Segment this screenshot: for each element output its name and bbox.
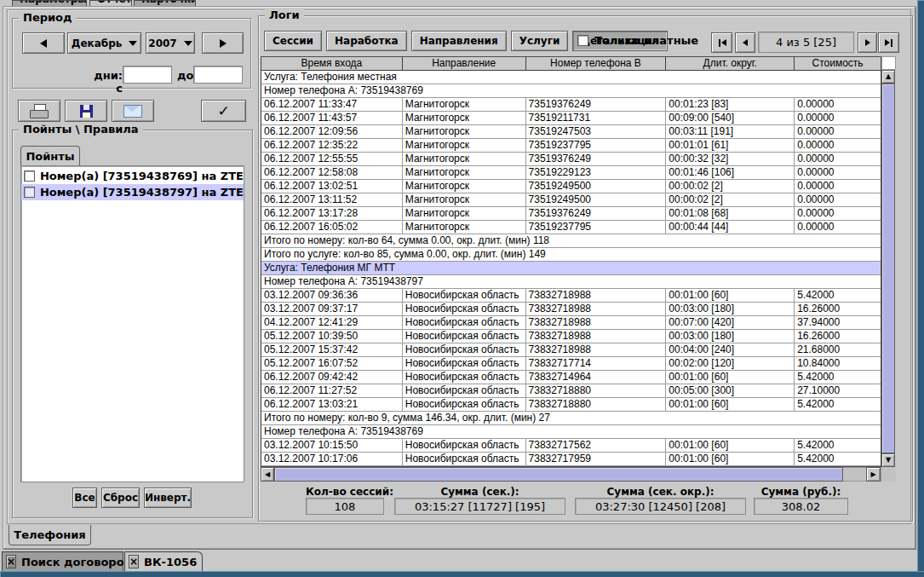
tab-telephony-label: Телефония <box>14 528 85 541</box>
summary-value: 03:27:30 [12450] [208] <box>595 500 726 513</box>
prev-page-button[interactable] <box>735 32 755 53</box>
table-group-row-total[interactable]: Итого по номеру: кол-во 64, сумма 0.00, … <box>261 234 881 248</box>
column-header: Длит. округ. <box>666 57 795 71</box>
table-row[interactable]: 06.12.2007 11:27:52Новосибирская область… <box>261 384 881 398</box>
table-cell: 0.00000 <box>795 112 881 125</box>
table-cell: 00:05:00 [300] <box>666 384 795 398</box>
point-checkbox[interactable] <box>24 187 35 198</box>
table-cell: 73832718988 <box>526 330 667 343</box>
table-cell: 03.12.2007 09:36:36 <box>261 289 403 303</box>
vertical-scroll-thumb[interactable] <box>881 84 895 453</box>
table-group-row-phone[interactable]: Номер телефона А: 73519438769 <box>261 425 881 439</box>
table-cell: 00:01:46 [106] <box>666 166 795 180</box>
table-cell: Магнитогорск <box>403 153 526 166</box>
table-row[interactable]: 03.12.2007 10:15:50Новосибирская область… <box>261 439 881 453</box>
log-view-button-услуги[interactable]: Услуги <box>511 31 569 51</box>
year-dropdown[interactable]: 2007 <box>146 32 195 54</box>
table-group-row-total[interactable]: Итого по услуге: кол-во 85, сумма 0.00, … <box>261 248 881 262</box>
table-cell: Новосибирская область <box>403 371 526 384</box>
mail-button[interactable] <box>112 100 154 122</box>
points-listbox[interactable]: Номер(а) [73519438769] на ZTEНомер(а) [7… <box>20 165 244 482</box>
chevron-down-icon <box>129 41 137 46</box>
table-cell: 03.12.2007 10:17:06 <box>261 453 403 466</box>
table-row[interactable]: 03.12.2007 09:37:17Новосибирская область… <box>261 303 881 316</box>
floppy-save-icon <box>80 105 93 118</box>
log-view-button-сессии[interactable]: Сессии <box>264 31 322 51</box>
table-row[interactable]: 03.12.2007 10:17:06Новосибирская область… <box>261 453 881 466</box>
paid-only-label: Только платные <box>594 34 698 47</box>
scroll-up-button[interactable]: ▲ <box>881 70 895 84</box>
scroll-left-button[interactable]: ◀ <box>261 467 274 482</box>
window-tab-label: ВК-1056 <box>144 556 197 568</box>
day-from-input[interactable] <box>123 66 172 84</box>
next-month-button[interactable] <box>202 32 244 54</box>
table-row[interactable]: 04.12.2007 12:41:29Новосибирская область… <box>261 316 881 330</box>
table-row[interactable]: 06.12.2007 12:58:08Магнитогорск735192291… <box>261 166 881 180</box>
table-row[interactable]: 06.12.2007 11:43:57Магнитогорск735192117… <box>261 112 881 125</box>
save-button[interactable] <box>65 100 107 122</box>
point-list-item[interactable]: Номер(а) [73519438797] на ZTE <box>21 184 244 200</box>
table-cell: 73519237795 <box>526 139 667 153</box>
table-row[interactable]: 06.12.2007 16:05:02Магнитогорск735192377… <box>261 221 881 234</box>
table-cell: 00:02:00 [120] <box>666 357 795 371</box>
point-checkbox[interactable] <box>24 170 35 182</box>
close-icon[interactable]: × <box>129 555 139 568</box>
table-row[interactable]: 05.12.2007 10:39:50Новосибирская область… <box>261 330 881 343</box>
window-edge-bottom <box>0 571 924 577</box>
table-cell: 73832717714 <box>526 357 667 371</box>
summary-value: 108 <box>335 500 356 513</box>
table-row[interactable]: 05.12.2007 15:37:42Новосибирская область… <box>261 343 881 357</box>
table-row[interactable]: 06.12.2007 12:09:56Магнитогорск735192475… <box>261 125 881 139</box>
table-group-cell: Номер телефона А: 73519438769 <box>261 425 881 439</box>
table-group-row-service[interactable]: Услуга: Телефония местная <box>261 71 881 84</box>
table-row[interactable]: 06.12.2007 12:55:55Магнитогорск735193762… <box>261 153 881 166</box>
last-page-button[interactable] <box>878 32 899 53</box>
next-page-button[interactable] <box>858 32 877 53</box>
table-header-row: Время входаНаправлениеНомер телефона ВДл… <box>261 57 881 71</box>
table-row[interactable]: 06.12.2007 13:17:28Магнитогорск735193762… <box>261 207 881 221</box>
table-row[interactable]: 06.12.2007 13:11:52Магнитогорск735192495… <box>261 193 881 207</box>
table-cell: 00:00:44 [44] <box>666 221 795 234</box>
table-row[interactable]: 06.12.2007 13:02:51Магнитогорск735192495… <box>261 180 881 193</box>
day-to-input[interactable] <box>193 66 243 84</box>
table-row[interactable]: 03.12.2007 09:36:36Новосибирская область… <box>261 289 881 303</box>
tab-telephony[interactable]: Телефония <box>9 525 91 545</box>
table-row[interactable]: 06.12.2007 11:33:47Магнитогорск735193762… <box>261 98 881 112</box>
table-cell: 06.12.2007 13:03:21 <box>261 398 403 412</box>
table-row[interactable]: 05.12.2007 16:07:52Новосибирская область… <box>261 357 881 371</box>
horizontal-scroll-thumb[interactable] <box>274 467 843 482</box>
month-dropdown[interactable]: Декабрь <box>67 32 141 54</box>
table-group-row-service[interactable]: Услуга: Телефония МГ МТТ <box>261 262 881 275</box>
point-list-item[interactable]: Номер(а) [73519438769] на ZTE <box>21 168 244 184</box>
table-group-row-total[interactable]: Итого по номеру: кол-во 9, сумма 146.34,… <box>261 412 881 425</box>
point-label: Номер(а) [73519438769] на ZTE <box>40 170 244 182</box>
table-row[interactable]: 06.12.2007 09:42:42Новосибирская область… <box>261 371 881 384</box>
prev-month-button[interactable] <box>22 32 65 54</box>
close-icon[interactable]: × <box>6 555 16 568</box>
print-button[interactable] <box>18 100 60 122</box>
paid-only-checkbox[interactable] <box>577 35 588 46</box>
invert-button[interactable]: Инверт. <box>144 488 192 508</box>
log-view-button-label: Направления <box>420 35 498 47</box>
log-view-button-наработка[interactable]: Наработка <box>326 31 407 51</box>
apply-button[interactable]: ✓ <box>201 100 246 122</box>
table-group-row-phone[interactable]: Номер телефона А: 73519438797 <box>261 275 881 289</box>
reset-button[interactable]: Сброс <box>101 488 140 508</box>
log-view-button-label: Наработка <box>335 35 399 47</box>
log-table: Время входаНаправлениеНомер телефона ВДл… <box>261 56 881 467</box>
table-row[interactable]: 06.12.2007 12:35:22Магнитогорск735192377… <box>261 139 881 153</box>
window-tab-1[interactable]: ×Поиск договоров <box>2 551 123 571</box>
tab-points[interactable]: Пойнты <box>20 146 80 166</box>
summary-sum-rubles: Сумма (руб.):308.02 <box>754 486 848 514</box>
table-cell: 00:04:00 [240] <box>666 343 795 357</box>
log-view-button-направления[interactable]: Направления <box>411 31 507 51</box>
table-row[interactable]: 06.12.2007 13:03:21Новосибирская область… <box>261 398 881 412</box>
table-group-row-phone[interactable]: Номер телефона А: 73519438769 <box>261 84 881 98</box>
scroll-down-button[interactable]: ▼ <box>881 453 895 467</box>
window-tab-2[interactable]: ×ВК-1056 <box>124 551 203 571</box>
scroll-right-button[interactable]: ▶ <box>866 467 881 482</box>
table-cell: 06.12.2007 12:35:22 <box>261 139 403 153</box>
first-page-button[interactable] <box>711 32 732 53</box>
table-group-cell: Итого по услуге: кол-во 85, сумма 0.00, … <box>261 248 881 262</box>
select-all-button[interactable]: Все <box>72 488 97 508</box>
